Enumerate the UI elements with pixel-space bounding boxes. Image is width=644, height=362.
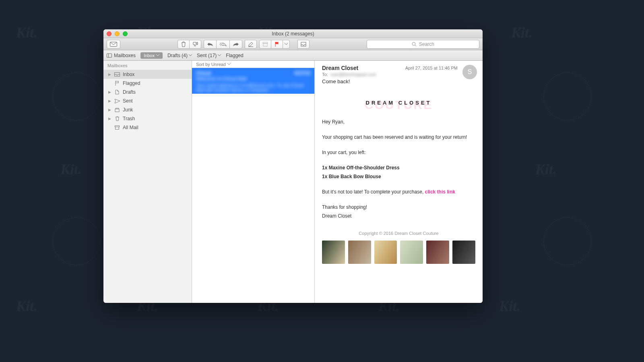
favorite-sent[interactable]: Sent (17) — [197, 53, 221, 58]
sidebar-item-trash[interactable]: ▶ Trash — [103, 114, 192, 123]
disclosure-triangle-icon[interactable]: ▶ — [108, 117, 111, 121]
window-zoom-button[interactable] — [123, 31, 128, 36]
sidebar-item-label: Sent — [123, 98, 133, 104]
message-date: April 27, 2015 at 11:46 PM — [405, 66, 458, 70]
product-thumbnail[interactable] — [348, 241, 371, 264]
disclosure-triangle-icon[interactable]: ▶ — [108, 108, 111, 112]
chevron-down-icon — [285, 43, 288, 45]
disclosure-triangle-icon[interactable]: ▶ — [108, 99, 111, 103]
product-thumbnail[interactable] — [452, 241, 475, 264]
sidebar-item-label: Inbox — [123, 72, 134, 77]
archive-icon — [262, 42, 268, 47]
sidebar-section-header: Mailboxes — [103, 61, 192, 70]
reply-button[interactable] — [204, 40, 217, 49]
message-list-item[interactable]: iCloud4/27/15 Welcome to iCloud Mail You… — [192, 68, 314, 94]
body-paragraph: But it's not too late! To complete your … — [322, 188, 475, 195]
sidebar-item-label: Flagged — [123, 80, 140, 86]
sidebar-item-label: Drafts — [123, 89, 136, 95]
cart-item: 1x Blue Back Bow Blouse — [322, 173, 475, 180]
paper-plane-icon — [114, 99, 120, 103]
cart-item: 1x Maxine Off-the-Shoulder Dress — [322, 164, 475, 171]
sidebar-item-all-mail[interactable]: All Mail — [103, 123, 192, 132]
delete-button[interactable] — [178, 40, 190, 49]
product-thumbnail[interactable] — [322, 241, 345, 264]
toolbar: Search — [103, 38, 483, 50]
get-mail-button[interactable] — [107, 40, 120, 49]
mail-app-window: Inbox (2 messages) — [103, 29, 483, 303]
sidebar-item-label: Junk — [123, 107, 133, 113]
body-paragraph: Your shopping cart has been reserved and… — [322, 134, 475, 141]
body-greeting: Hey Ryan, — [322, 118, 475, 125]
mailboxes-toggle[interactable]: Mailboxes — [107, 53, 136, 58]
sidebar-item-flagged[interactable]: Flagged — [103, 79, 192, 88]
chevron-down-icon — [227, 63, 231, 65]
envelope-icon — [110, 42, 117, 47]
flag-button[interactable] — [271, 40, 283, 49]
sidebar-item-sent[interactable]: ▶ Sent — [103, 97, 192, 105]
message-subject: Come back! — [322, 78, 475, 84]
email-copyright: Copyright © 2016 Dream Closet Couture — [322, 230, 475, 237]
chevron-down-icon — [218, 54, 221, 56]
body-thanks: Thanks for shopping! — [322, 204, 475, 211]
trash-icon — [181, 41, 186, 47]
message-to: To: ryan@theshoppad.com — [322, 72, 475, 77]
product-thumbnails — [322, 241, 475, 264]
body-lead: In your cart, you left: — [322, 149, 475, 156]
archive-icon — [114, 125, 120, 130]
forward-button[interactable] — [229, 40, 242, 49]
message-body: COUTURE DREAM CLOSET Hey Ryan, Your shop… — [315, 88, 483, 264]
favorites-bar: Mailboxes Inbox Drafts (4) Sent (17) Fla… — [103, 50, 483, 61]
search-icon — [412, 42, 417, 47]
junk-icon — [114, 108, 120, 112]
window-minimize-button[interactable] — [115, 31, 120, 36]
favorite-flagged[interactable]: Flagged — [226, 53, 243, 58]
complete-purchase-link[interactable]: click this link — [425, 189, 455, 195]
flag-dropdown-button[interactable] — [283, 40, 290, 49]
reply-all-button[interactable] — [216, 40, 230, 49]
compose-icon — [248, 41, 254, 47]
thumbs-down-icon — [192, 42, 198, 47]
product-thumbnail[interactable] — [374, 241, 397, 264]
window-close-button[interactable] — [107, 31, 111, 36]
chevron-down-icon — [156, 54, 159, 56]
move-button[interactable] — [297, 40, 310, 49]
sender-avatar: S — [462, 65, 477, 79]
flag-icon — [114, 81, 120, 86]
message-reader: Dream Closet April 27, 2015 at 11:46 PM … — [315, 61, 483, 303]
product-thumbnail[interactable] — [426, 241, 449, 264]
brand-logo: COUTURE DREAM CLOSET — [322, 99, 475, 107]
mailboxes-sidebar: Mailboxes ▶ Inbox Flagged ▶ Drafts ▶ Sen… — [103, 61, 192, 303]
compose-button[interactable] — [245, 40, 257, 49]
svg-point-4 — [412, 42, 415, 45]
svg-rect-2 — [263, 43, 267, 46]
window-title: Inbox (2 messages) — [272, 31, 314, 37]
sidebar-item-label: Trash — [123, 116, 135, 121]
titlebar: Inbox (2 messages) — [103, 29, 483, 38]
favorite-drafts[interactable]: Drafts (4) — [167, 53, 192, 58]
reply-all-icon — [219, 42, 227, 46]
sidebar-item-inbox[interactable]: ▶ Inbox — [103, 70, 192, 79]
junk-button[interactable] — [189, 40, 201, 49]
flag-icon — [275, 42, 279, 47]
disclosure-triangle-icon[interactable]: ▶ — [108, 90, 111, 94]
message-list-sort[interactable]: Sort by Unread — [192, 61, 314, 68]
svg-rect-8 — [116, 127, 119, 130]
sidebar-item-junk[interactable]: ▶ Junk — [103, 105, 192, 114]
forward-icon — [233, 42, 239, 46]
favorite-inbox[interactable]: Inbox — [140, 52, 163, 59]
archive-button[interactable] — [259, 40, 271, 49]
product-thumbnail[interactable] — [400, 241, 423, 264]
sidebar-item-label: All Mail — [123, 125, 138, 130]
trash-icon — [114, 116, 120, 121]
body-signature: Dream Closet — [322, 212, 475, 220]
sidebar-item-drafts[interactable]: ▶ Drafts — [103, 88, 192, 97]
svg-rect-6 — [115, 109, 119, 112]
document-icon — [114, 90, 120, 95]
message-list: Sort by Unread iCloud4/27/15 Welcome to … — [192, 61, 315, 303]
disclosure-triangle-icon[interactable]: ▶ — [108, 72, 111, 76]
chevron-down-icon — [189, 54, 192, 56]
inbox-icon — [114, 72, 120, 76]
search-input[interactable]: Search — [367, 40, 479, 49]
inbox-icon — [301, 42, 306, 47]
reply-icon — [207, 42, 213, 46]
